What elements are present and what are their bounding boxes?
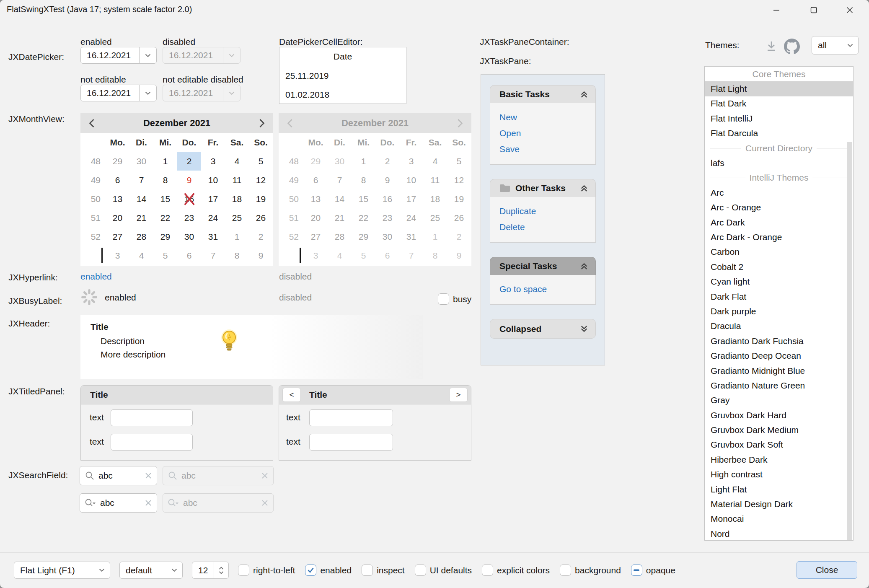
day-cell[interactable]: 6 [106,171,129,189]
chevron-double-up-icon[interactable] [579,184,589,192]
day-cell[interactable]: 5 [153,246,177,265]
checkbox-ui-defaults[interactable]: UI defaults [415,565,472,576]
day-cell[interactable]: 20 [106,208,129,227]
maximize-icon[interactable] [801,0,827,20]
close-icon[interactable] [837,0,863,20]
next-button[interactable]: > [449,388,468,402]
spinner-down-icon[interactable] [219,571,224,574]
theme-item[interactable]: Light Flat [705,482,853,497]
style-combobox[interactable]: default [119,562,183,579]
prev-button[interactable]: < [282,388,301,402]
taskpane-link-go-to-space[interactable]: Go to space [499,284,595,294]
scrollbar-thumb[interactable] [847,142,852,540]
day-cell[interactable]: 27 [106,227,129,246]
checkbox-right-to-left[interactable]: right-to-left [238,565,295,576]
table-row[interactable]: 25.11.2019 [279,66,406,85]
day-cell[interactable]: 2 [177,152,201,171]
taskpane-header[interactable]: Basic Tasks [490,85,596,103]
theme-item[interactable]: Flat Dark [705,96,853,111]
day-cell[interactable]: 18 [225,189,249,208]
text-field[interactable] [111,409,193,426]
day-cell[interactable]: 6 [177,246,201,265]
day-cell[interactable]: 11 [225,171,249,189]
day-cell[interactable]: 25 [225,208,249,227]
checkbox-box[interactable] [415,565,426,576]
theme-item[interactable]: Gruvbox Dark Soft [705,438,853,452]
chevron-double-down-icon[interactable] [579,325,589,333]
checkbox-box[interactable] [560,565,571,576]
theme-item[interactable]: Nord [705,526,853,541]
day-cell[interactable]: 14 [129,189,153,208]
day-cell[interactable]: 1 [225,227,249,246]
datepicker-enabled[interactable]: 16.12.2021 [80,47,157,64]
lookandfeel-combobox[interactable]: Flat Light (F1) [14,562,110,579]
theme-item[interactable]: Flat Darcula [705,126,853,141]
day-cell[interactable]: 4 [225,152,249,171]
checkbox-box[interactable] [362,565,373,576]
calendar-prev-icon[interactable] [86,118,97,128]
checkbox-box[interactable] [482,565,493,576]
day-cell[interactable]: 16 [177,189,201,208]
theme-item[interactable]: Hiberbee Dark [705,452,853,467]
day-cell[interactable]: 7 [129,171,153,189]
text-field[interactable] [309,409,393,426]
day-cell[interactable]: 10 [201,171,225,189]
calendar-next-icon[interactable] [256,118,267,128]
day-cell[interactable]: 8 [153,171,177,189]
table-column-header[interactable]: Date [279,47,406,66]
day-cell[interactable]: 3 [106,246,129,265]
day-cell[interactable]: 29 [106,152,129,171]
theme-item[interactable]: Gradianto Nature Green [705,378,853,393]
theme-item[interactable]: Arc Dark [705,215,853,230]
checkbox-box[interactable] [305,565,316,576]
theme-item[interactable]: Carbon [705,245,853,259]
day-cell[interactable]: 15 [153,189,177,208]
theme-item[interactable]: Gradianto Deep Ocean [705,348,853,363]
checkbox-explicit-colors[interactable]: explicit colors [482,565,550,576]
day-cell[interactable]: 22 [153,208,177,227]
checkbox-background[interactable]: background [560,565,621,576]
clear-icon[interactable] [145,472,152,479]
day-cell[interactable]: 9 [177,171,201,189]
day-cell[interactable]: 3 [201,152,225,171]
theme-item[interactable]: Cobalt 2 [705,259,853,274]
day-cell[interactable]: 4 [129,246,153,265]
theme-item[interactable]: Gray [705,393,853,408]
theme-filter-combobox[interactable]: all [812,36,859,54]
taskpane-header[interactable]: Other Tasks [490,179,596,197]
day-cell[interactable]: 24 [201,208,225,227]
day-cell[interactable]: 7 [201,246,225,265]
taskpane-header[interactable]: Collapsed [490,319,596,339]
chevron-double-up-icon[interactable] [579,262,589,270]
font-size-spinner[interactable]: 12 [192,562,229,579]
hyperlink-enabled[interactable]: enabled [80,272,112,282]
theme-item[interactable]: Gruvbox Dark Hard [705,408,853,422]
theme-item[interactable]: Gradianto Midnight Blue [705,363,853,378]
theme-item[interactable]: Arc Dark - Orange [705,230,853,244]
theme-item[interactable]: Dark purple [705,304,853,319]
day-cell[interactable]: 5 [249,152,273,171]
checkbox-busy[interactable]: busy [438,293,471,305]
day-cell[interactable]: 29 [153,227,177,246]
theme-item[interactable]: Gradianto Dark Fuchsia [705,334,853,348]
searchfield-enabled[interactable]: abc [80,466,157,485]
theme-item[interactable]: Material Design Dark [705,497,853,511]
text-field[interactable] [309,434,393,451]
day-cell[interactable]: 30 [177,227,201,246]
taskpane-link-new[interactable]: New [499,112,595,122]
chevron-down-icon[interactable] [139,47,156,63]
day-cell[interactable]: 23 [177,208,201,227]
checkbox-box[interactable] [438,293,449,305]
searchfield-dropdown-enabled[interactable]: abc [80,493,157,513]
theme-item[interactable]: High contrast [705,467,853,482]
taskpane-link-open[interactable]: Open [499,128,595,138]
day-cell[interactable]: 8 [225,246,249,265]
checkbox-box[interactable] [238,565,249,576]
github-icon[interactable] [784,39,800,54]
checkbox-inspect[interactable]: inspect [362,565,405,576]
chevron-down-icon[interactable] [139,85,156,101]
day-cell[interactable]: 9 [249,246,273,265]
checkbox-enabled[interactable]: enabled [305,565,352,576]
taskpane-header[interactable]: Special Tasks [490,257,596,275]
taskpane-link-delete[interactable]: Delete [499,222,595,232]
